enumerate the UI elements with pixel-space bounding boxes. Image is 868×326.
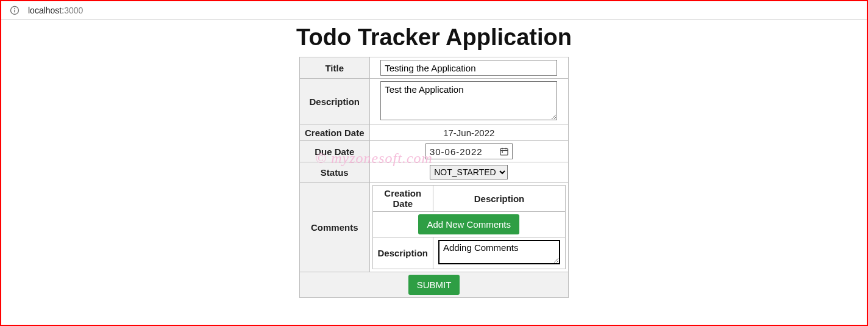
comments-header-description: Description <box>433 186 566 212</box>
label-status: Status <box>299 162 369 183</box>
svg-rect-7 <box>502 151 503 153</box>
label-title: Title <box>299 57 369 79</box>
todo-form-table: Title Description Creation Date 17-Jun-2… <box>299 57 569 298</box>
comments-header-creation-date: Creation Date <box>372 186 433 212</box>
due-date-value: 30-06-2022 <box>430 147 483 157</box>
comment-description-textarea[interactable] <box>438 240 560 264</box>
calendar-icon[interactable] <box>500 147 508 156</box>
label-comments: Comments <box>299 183 369 272</box>
label-creation-date: Creation Date <box>299 125 369 141</box>
creation-date-value: 17-Jun-2022 <box>369 125 569 141</box>
submit-button[interactable]: SUBMIT <box>408 275 460 295</box>
comment-desc-label: Description <box>372 237 433 269</box>
page-title: Todo Tracker Application <box>296 24 572 51</box>
svg-rect-3 <box>500 149 508 156</box>
add-new-comments-button[interactable]: Add New Comments <box>418 214 519 234</box>
status-select[interactable]: NOT_STARTED <box>430 165 508 179</box>
label-due-date: Due Date <box>299 141 369 162</box>
svg-rect-2 <box>14 9 15 12</box>
info-icon <box>10 5 20 15</box>
title-input[interactable] <box>380 60 557 76</box>
page-content: Todo Tracker Application Title Descripti… <box>1 20 867 298</box>
label-description: Description <box>299 79 369 125</box>
browser-url[interactable]: localhost:3000 <box>28 5 83 15</box>
due-date-input[interactable]: 30-06-2022 <box>425 143 513 159</box>
svg-point-1 <box>14 8 15 9</box>
browser-url-port: 3000 <box>64 5 83 15</box>
description-textarea[interactable] <box>380 81 557 120</box>
browser-address-bar: localhost:3000 <box>1 1 867 20</box>
comments-table: Creation Date Description Add New Commen… <box>372 185 566 269</box>
browser-url-host: localhost: <box>28 5 64 15</box>
